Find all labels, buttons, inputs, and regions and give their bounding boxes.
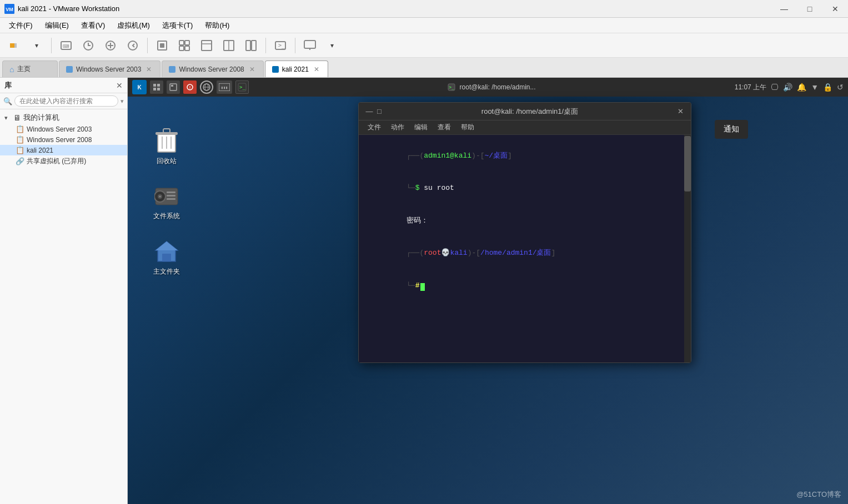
svg-text:>_: >_ [278, 42, 285, 49]
terminal-menu-view[interactable]: 查看 [433, 122, 455, 133]
kali-sound-icon[interactable]: 🔊 [783, 83, 792, 92]
toolbar-sep-1 [51, 38, 52, 53]
tree-item-win2003[interactable]: 📋 Windows Server 2003 [0, 124, 127, 134]
view3-button[interactable] [241, 36, 261, 56]
kali-refresh-icon[interactable]: ↺ [837, 83, 844, 92]
terminal-menu-edit[interactable]: 编辑 [410, 122, 432, 133]
tree-expand-icon: ▾ [4, 114, 11, 122]
terminal-close-button[interactable]: ✕ [675, 107, 685, 117]
power-button[interactable] [4, 36, 24, 56]
maximize-button[interactable]: □ [797, 0, 822, 18]
tree-item-win2008[interactable]: 📋 Windows Server 2008 [0, 134, 127, 145]
kali-globe-icon[interactable] [200, 80, 213, 94]
filesystem-icon [153, 183, 180, 209]
svg-rect-12 [160, 43, 164, 48]
terminal-menu-file[interactable]: 文件 [363, 122, 385, 133]
kali-lock-icon[interactable]: 🔒 [823, 83, 832, 92]
close-button[interactable]: ✕ [822, 0, 848, 18]
fullscreen-button[interactable] [152, 36, 172, 56]
send-ctrlaltdel-button[interactable]: ⌨ [56, 36, 76, 56]
tab-kali2021[interactable]: kali 2021 ✕ [265, 61, 328, 77]
desktop-icon-filesystem[interactable]: 文件系统 [144, 180, 189, 223]
kali-tab-close[interactable]: ✕ [312, 65, 321, 74]
svg-text:⌨: ⌨ [63, 44, 69, 49]
console-button[interactable]: >_ [270, 36, 290, 56]
win2003-tab-close[interactable]: ✕ [144, 65, 153, 74]
terminal-menu-action[interactable]: 动作 [387, 122, 409, 133]
vmware-icon: VM [4, 4, 14, 14]
terminal-minimize-button[interactable]: — [364, 107, 374, 117]
tab-home[interactable]: ⌂ 主页 [2, 61, 58, 77]
vm-win2003-icon: 📋 [16, 125, 24, 133]
kali-red-button[interactable]: ! [183, 80, 197, 94]
terminal-menu-help[interactable]: 帮助 [456, 122, 479, 133]
view-button[interactable] [197, 36, 217, 56]
watermark: @51CTO博客 [796, 490, 841, 500]
svg-rect-34 [170, 84, 177, 90]
win2008-tab-close[interactable]: ✕ [248, 65, 257, 74]
menu-edit[interactable]: 编辑(E) [39, 19, 74, 32]
tree-item-shared[interactable]: 🔗 共享虚拟机 (已弃用) [0, 155, 127, 167]
menu-file[interactable]: 文件(F) [3, 19, 38, 32]
window-title: kali 2021 - VMware Workstation [18, 4, 119, 13]
snapshot-button[interactable] [78, 36, 98, 56]
main-area: 库 ✕ 🔍 ▾ ▾ 🖥 我的计算机 📋 Windows Server 2003 … [0, 78, 848, 504]
snapshot3-button[interactable] [123, 36, 143, 56]
kali-files-button[interactable] [167, 80, 180, 94]
notification-label: 通知 [724, 124, 739, 133]
menu-help[interactable]: 帮助(H) [199, 19, 235, 32]
svg-marker-62 [155, 241, 178, 250]
win2008-tab-label: Windows Server 2008 [179, 65, 244, 73]
menu-view[interactable]: 查看(V) [76, 19, 111, 32]
toolbar: ▾ ⌨ >_ ▾ [0, 33, 848, 58]
menu-vm[interactable]: 虚拟机(M) [112, 19, 155, 32]
tab-win2003[interactable]: Windows Server 2003 ✕ [59, 61, 160, 77]
terminal-scrollbar-thumb[interactable] [684, 136, 691, 191]
display-dropdown[interactable]: ▾ [322, 36, 342, 56]
titlebar-left: VM kali 2021 - VMware Workstation [0, 4, 119, 14]
kali-dragon-icon[interactable]: K [132, 80, 147, 94]
tree-item-kali2021[interactable]: 📋 kali 2021 [0, 145, 127, 155]
terminal-resize-button[interactable]: □ [374, 107, 384, 117]
tab-win2008[interactable]: Windows Server 2008 ✕ [162, 61, 263, 77]
kali-topbar: K ! ▮▮▮ >_ [128, 78, 848, 97]
search-input[interactable] [14, 95, 118, 107]
kali-monitor-icon[interactable]: 🖵 [771, 83, 779, 92]
terminal-line-2: └─$ su root [363, 172, 686, 205]
kali-terminal-icon[interactable]: >_ [235, 80, 249, 94]
snapshot2-button[interactable] [101, 36, 121, 56]
kali-display-button[interactable]: ▮▮▮ [217, 80, 232, 94]
svg-rect-13 [179, 41, 184, 45]
desktop-icon-homefolder[interactable]: 主文件夹 [144, 236, 189, 279]
desktop-icon-trash[interactable]: 回收站 [144, 125, 189, 168]
view2-button[interactable] [219, 36, 239, 56]
menu-tabs[interactable]: 选项卡(T) [157, 19, 199, 32]
svg-rect-15 [179, 46, 184, 51]
terminal-line-1: ┌──(admin1@kali)-[~/桌面] [363, 139, 686, 172]
svg-text:VM: VM [6, 7, 13, 12]
kali-bell-icon[interactable]: 🔔 [797, 83, 806, 92]
svg-rect-49 [163, 129, 170, 133]
kali-arrow-icon[interactable]: ▼ [811, 83, 819, 92]
svg-text:!: ! [189, 85, 191, 90]
display-button[interactable] [300, 36, 320, 56]
tree-root-mycomputer[interactable]: ▾ 🖥 我的计算机 [0, 112, 127, 124]
terminal-body[interactable]: ┌──(admin1@kali)-[~/桌面] └─$ su root 密码： … [359, 135, 691, 362]
toolbar-sep-3 [265, 38, 266, 53]
titlebar: VM kali 2021 - VMware Workstation — □ ✕ [0, 0, 848, 18]
pause-dropdown[interactable]: ▾ [27, 36, 47, 56]
win2008-tab-icon [169, 66, 175, 73]
sidebar-close-button[interactable]: ✕ [116, 81, 123, 90]
vm-win2008-icon: 📋 [16, 135, 24, 144]
trash-label: 回收站 [157, 157, 177, 166]
terminal-window: — □ root@kali: /home/admin1/桌面 ✕ 文件 动作 编… [358, 102, 691, 363]
unity-button[interactable] [174, 36, 194, 56]
search-dropdown-arrow[interactable]: ▾ [121, 98, 124, 105]
kali-apps-button[interactable] [150, 80, 163, 94]
svg-text:>_: >_ [239, 84, 245, 90]
home-tab-label: 主页 [17, 64, 31, 74]
minimize-button[interactable]: — [771, 0, 797, 18]
svg-text:▮▮▮: ▮▮▮ [221, 85, 228, 90]
terminal-scrollbar[interactable] [684, 135, 691, 362]
vm-kali-icon: 📋 [16, 146, 24, 154]
